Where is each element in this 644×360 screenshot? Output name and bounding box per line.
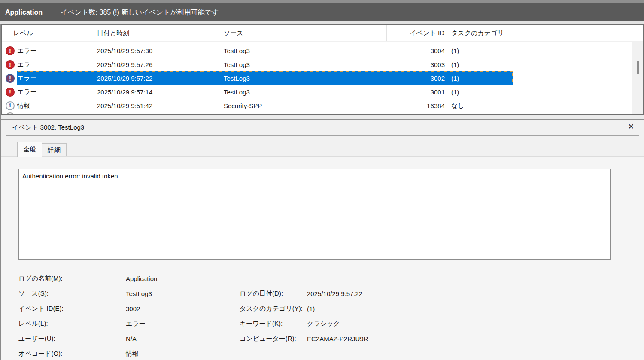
field-label: ログの日付(D): bbox=[240, 286, 307, 301]
event-datetime: 2025/10/29 9:57:22 bbox=[91, 71, 217, 85]
event-preview-pane: イベント 3002, TestLog3 ✕ 全般 詳細 Authenticati… bbox=[1, 119, 644, 360]
event-level: 情報 bbox=[17, 102, 30, 110]
error-icon: ! bbox=[6, 60, 15, 69]
event-datetime: 2025/10/29 9:57:26 bbox=[91, 57, 217, 71]
field-value: TestLog3 bbox=[126, 286, 240, 301]
event-id: 3002 bbox=[387, 71, 448, 85]
field-value: 情報 bbox=[126, 346, 240, 360]
field-value bbox=[307, 271, 644, 286]
field-value: N/A bbox=[126, 331, 240, 346]
tab-general[interactable]: 全般 bbox=[17, 142, 42, 157]
field-label: ユーザー(U): bbox=[18, 331, 126, 346]
column-header-filler bbox=[511, 25, 643, 41]
column-header-datetime[interactable]: 日付と時刻 bbox=[91, 25, 217, 41]
event-datetime: 2025/10/29 9:57:30 bbox=[91, 44, 217, 57]
preview-separator bbox=[6, 135, 639, 136]
event-datetime: 2025/10/29 9:51:42 bbox=[91, 99, 217, 112]
event-level: エラー bbox=[17, 47, 37, 55]
log-name: Application bbox=[5, 9, 43, 16]
preview-title: イベント 3002, TestLog3 bbox=[12, 124, 84, 132]
event-viewer-main: レベル 日付と時刻 ソース イベント ID タスクのカテゴリ !エラー 2025… bbox=[0, 24, 644, 360]
field-value: 3002 bbox=[126, 301, 240, 316]
field-label: コンピューター(R): bbox=[240, 331, 307, 346]
pane-divider[interactable] bbox=[1, 115, 644, 119]
field-value: 2025/10/29 9:57:22 bbox=[307, 286, 644, 301]
column-header-level[interactable]: レベル bbox=[2, 25, 91, 41]
event-level: エラー bbox=[17, 61, 37, 69]
event-row[interactable]: !エラー 2025/10/29 9:57:26 TestLog3 3003 (1… bbox=[2, 57, 643, 71]
event-level: エラー bbox=[17, 74, 37, 82]
event-task-category: (1) bbox=[448, 57, 511, 71]
top-strip bbox=[0, 0, 644, 3]
field-label: イベント ID(E): bbox=[18, 301, 126, 316]
event-source: TestLog3 bbox=[217, 44, 387, 57]
field-value: エラー bbox=[126, 316, 240, 331]
field-label: レベル(L): bbox=[18, 316, 126, 331]
event-id: 3001 bbox=[387, 85, 448, 99]
field-value: EC2AMAZ-P2RJU9R bbox=[307, 331, 644, 346]
event-message-box[interactable]: Authentication error: invalid token bbox=[18, 169, 611, 260]
column-header-source[interactable]: ソース bbox=[217, 25, 387, 41]
general-tab-content: Authentication error: invalid token ログの名… bbox=[1, 156, 644, 360]
close-icon[interactable]: ✕ bbox=[628, 123, 634, 130]
field-label: キーワード(K): bbox=[240, 316, 307, 331]
event-list-header: レベル 日付と時刻 ソース イベント ID タスクのカテゴリ bbox=[2, 25, 643, 42]
event-detail-fields: ログの名前(M): Application ソース(S): TestLog3 ロ… bbox=[18, 271, 644, 360]
field-value: (1) bbox=[307, 301, 644, 316]
column-header-event-id[interactable]: イベント ID bbox=[387, 25, 448, 41]
event-level: エラー bbox=[17, 88, 37, 96]
event-list-body: !エラー 2025/10/29 9:57:30 TestLog3 3004 (1… bbox=[2, 42, 643, 114]
log-status-text: イベント数: 385 (!) 新しいイベントが利用可能です bbox=[61, 8, 219, 17]
log-title-bar: Application イベント数: 385 (!) 新しいイベントが利用可能で… bbox=[0, 3, 644, 21]
event-row[interactable]: i情報 2025/10/29 9:51:42 Security-SPP 1638… bbox=[2, 99, 643, 112]
event-id: 3004 bbox=[387, 44, 448, 57]
preview-header: イベント 3002, TestLog3 ✕ bbox=[1, 120, 644, 135]
field-value: Application bbox=[126, 271, 240, 286]
event-id: 16384 bbox=[387, 99, 448, 112]
partial-row-icon bbox=[6, 112, 15, 114]
field-label: ログの名前(M): bbox=[18, 271, 126, 286]
event-datetime: 2025/10/29 9:57:14 bbox=[91, 85, 217, 99]
event-task-category: (1) bbox=[448, 44, 511, 57]
field-label bbox=[240, 346, 307, 360]
event-id: 3003 bbox=[387, 57, 448, 71]
event-task-category: (1) bbox=[448, 85, 511, 99]
event-row-selected[interactable]: !エラー 2025/10/29 9:57:22 TestLog3 3002 (1… bbox=[2, 71, 643, 85]
field-value: クラシック bbox=[307, 316, 644, 331]
preview-tabs: 全般 詳細 bbox=[17, 142, 644, 156]
error-icon: ! bbox=[6, 88, 15, 97]
event-row[interactable]: !エラー 2025/10/29 9:57:30 TestLog3 3004 (1… bbox=[2, 44, 643, 57]
event-row[interactable]: !エラー 2025/10/29 9:57:14 TestLog3 3001 (1… bbox=[2, 85, 643, 99]
error-icon: ! bbox=[6, 74, 15, 83]
event-source: TestLog3 bbox=[217, 71, 387, 85]
field-label: タスクのカテゴリ(Y): bbox=[240, 301, 307, 316]
bar-gap bbox=[0, 21, 644, 24]
field-value bbox=[307, 346, 644, 360]
field-label bbox=[240, 271, 307, 286]
event-source: Security-SPP bbox=[217, 99, 387, 112]
field-label: オペコード(O): bbox=[18, 346, 126, 360]
event-source: TestLog3 bbox=[217, 85, 387, 99]
event-task-category: (1) bbox=[448, 71, 511, 85]
field-label: ソース(S): bbox=[18, 286, 126, 301]
column-header-task-category[interactable]: タスクのカテゴリ bbox=[448, 25, 511, 41]
event-message: Authentication error: invalid token bbox=[22, 172, 118, 180]
event-list-panel: レベル 日付と時刻 ソース イベント ID タスクのカテゴリ !エラー 2025… bbox=[1, 24, 644, 115]
error-icon: ! bbox=[6, 46, 15, 55]
info-icon: i bbox=[6, 101, 15, 110]
tab-details[interactable]: 詳細 bbox=[42, 143, 67, 156]
event-task-category: なし bbox=[448, 99, 511, 112]
event-source: TestLog3 bbox=[217, 57, 387, 71]
